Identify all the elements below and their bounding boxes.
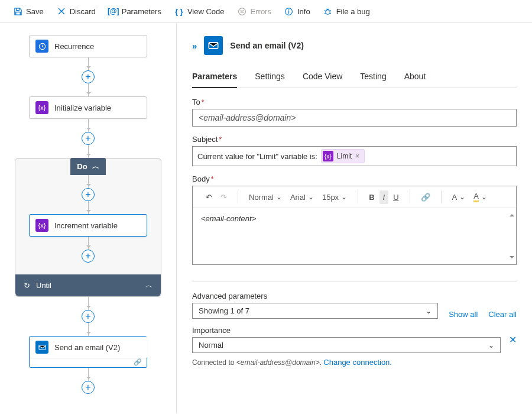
- errors-label: Errors: [251, 7, 271, 16]
- change-connection-link[interactable]: Change connection.: [323, 358, 392, 367]
- fileabug-label: File a bug: [336, 7, 370, 16]
- parameters-icon: [@]: [109, 7, 118, 16]
- chevron-down-icon: ⌄: [481, 193, 487, 201]
- textcolor-button[interactable]: A ⌄: [449, 190, 469, 204]
- advanced-value: Showing 1 of 7: [199, 306, 249, 315]
- connector: [88, 57, 89, 70]
- tab-about[interactable]: About: [404, 68, 426, 88]
- fileabug-button[interactable]: File a bug: [317, 4, 376, 19]
- save-button[interactable]: Save: [7, 4, 50, 19]
- scrollbar[interactable]: [510, 212, 514, 261]
- bold-button[interactable]: B: [365, 190, 378, 204]
- link-button[interactable]: 🔗: [417, 190, 434, 204]
- details-panel: » Send an email (V2) Parameters Settings…: [176, 23, 532, 413]
- panel-title: Send an email (V2): [230, 41, 303, 50]
- node-initialize-variable[interactable]: {x} Initialize variable: [29, 96, 147, 119]
- add-step-button[interactable]: +: [82, 381, 95, 394]
- body-textarea[interactable]: <email-content>: [193, 208, 516, 264]
- connector: [88, 237, 89, 250]
- chevron-up-icon: ︿: [92, 161, 99, 172]
- underline-button[interactable]: U: [390, 190, 402, 204]
- body-editor: ↶ ↷ Normal ⌄ Arial ⌄ 15px ⌄ B I U: [192, 186, 517, 265]
- importance-select[interactable]: Normal ⌄: [192, 337, 501, 353]
- until-label: Until: [36, 281, 51, 290]
- body-content: <email-content>: [201, 214, 256, 223]
- add-step-button[interactable]: +: [82, 310, 95, 323]
- connector: [88, 83, 89, 96]
- node-send-email[interactable]: Send an email (V2): [29, 336, 147, 368]
- subject-input[interactable]: Current value for "Limit" variable is: {…: [192, 146, 517, 166]
- connector: [88, 145, 89, 158]
- tab-codeview[interactable]: Code View: [303, 68, 342, 88]
- do-label: Do: [77, 162, 87, 171]
- viewcode-button[interactable]: { } View Code: [168, 4, 231, 19]
- svg-point-2: [288, 9, 290, 10]
- variable-icon: {x}: [323, 151, 333, 161]
- token-name: Limit: [337, 152, 352, 160]
- advanced-label: Advanced parameters: [192, 292, 438, 300]
- chevron-down-icon: ⌄: [341, 193, 347, 201]
- node-label: Send an email (V2): [54, 343, 120, 352]
- do-header[interactable]: Do ︿: [70, 158, 106, 175]
- workflow-canvas[interactable]: Recurrence + {x} Initialize variable + D…: [0, 23, 176, 413]
- chevron-down-icon: ⌄: [276, 193, 282, 201]
- save-icon: [13, 7, 22, 16]
- parameters-button[interactable]: [@] Parameters: [103, 4, 167, 19]
- add-step-button[interactable]: +: [82, 70, 95, 83]
- remove-importance-button[interactable]: ✕: [509, 334, 517, 345]
- parameters-label: Parameters: [122, 7, 161, 16]
- discard-button[interactable]: Discard: [51, 4, 102, 19]
- until-loop-group: Do ︿ + {x} Increment variable + ↻ Until …: [15, 158, 161, 297]
- discard-label: Discard: [70, 7, 96, 16]
- to-input[interactable]: <email-address@domain>: [192, 109, 517, 127]
- node-label: Initialize variable: [54, 104, 111, 112]
- viewcode-label: View Code: [187, 7, 225, 16]
- info-icon: [284, 7, 294, 16]
- subject-label: Subject*: [192, 135, 517, 144]
- chevron-down-icon: ⌄: [488, 341, 494, 350]
- style-select[interactable]: Normal ⌄: [245, 190, 286, 204]
- to-label: To*: [192, 98, 517, 106]
- node-recurrence[interactable]: Recurrence: [29, 35, 147, 57]
- outlook-icon: [35, 341, 48, 354]
- highlight-button[interactable]: A ⌄: [470, 189, 491, 205]
- chevron-up-icon: ︿: [145, 280, 153, 290]
- errors-icon: [238, 7, 247, 16]
- show-all-link[interactable]: Show all: [449, 310, 478, 319]
- advanced-select[interactable]: Showing 1 of 7 ⌄: [192, 303, 438, 319]
- variable-icon: {x}: [35, 101, 48, 114]
- tab-testing[interactable]: Testing: [360, 68, 386, 88]
- connector: [88, 175, 89, 188]
- bug-icon: [323, 7, 333, 16]
- importance-value: Normal: [199, 341, 223, 350]
- discard-icon: [57, 7, 66, 16]
- add-step-button[interactable]: +: [82, 250, 95, 263]
- undo-button[interactable]: ↶: [202, 190, 216, 204]
- until-footer[interactable]: ↻ Until ︿: [15, 274, 161, 296]
- clear-all-link[interactable]: Clear all: [488, 310, 517, 319]
- chevron-down-icon: ⌄: [459, 193, 465, 201]
- connector: [88, 297, 89, 310]
- collapse-panel-button[interactable]: »: [192, 41, 197, 51]
- add-step-button[interactable]: +: [82, 132, 95, 145]
- info-label: Info: [297, 7, 310, 16]
- info-button[interactable]: Info: [278, 4, 316, 19]
- body-label: Body*: [192, 174, 517, 183]
- redo-button[interactable]: ↷: [217, 190, 231, 204]
- variable-icon: {x}: [35, 219, 48, 232]
- svg-point-3: [326, 9, 330, 14]
- tab-parameters[interactable]: Parameters: [192, 68, 237, 88]
- errors-button[interactable]: Errors: [232, 4, 277, 19]
- tab-settings[interactable]: Settings: [255, 68, 285, 88]
- remove-token-button[interactable]: ×: [355, 152, 359, 160]
- add-step-button[interactable]: +: [82, 188, 95, 201]
- node-increment-variable[interactable]: {x} Increment variable: [29, 214, 147, 237]
- clock-icon: [35, 40, 48, 53]
- variable-token-limit[interactable]: {x} Limit ×: [321, 149, 365, 163]
- rte-toolbar: ↶ ↷ Normal ⌄ Arial ⌄ 15px ⌄ B I U: [193, 186, 516, 208]
- font-select[interactable]: Arial ⌄: [287, 190, 317, 204]
- italic-button[interactable]: I: [379, 190, 389, 204]
- size-select[interactable]: 15px ⌄: [319, 190, 351, 204]
- top-toolbar: Save Discard [@] Parameters { } View Cod…: [0, 0, 532, 23]
- braces-icon: { }: [174, 7, 184, 16]
